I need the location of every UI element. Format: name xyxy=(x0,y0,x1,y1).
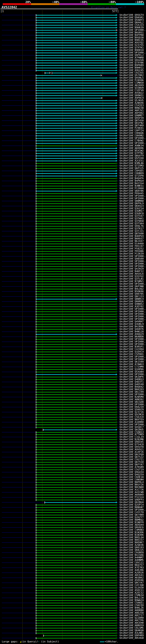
alignment-bar xyxy=(36,294,116,294)
alignment-arrow-inner xyxy=(116,188,117,189)
alignment-overview: 20% ~40% ~60% ~80% ~100% AV522842 AlignV… xyxy=(0,0,146,644)
alignment-bar xyxy=(36,128,116,128)
alignment-arrow-inner xyxy=(116,264,117,264)
alignment-bar xyxy=(45,502,116,503)
alignment-bar xyxy=(36,193,116,194)
alignment-arrow-icon xyxy=(116,39,118,41)
key-segment xyxy=(31,3,59,5)
alignment-arrow-inner xyxy=(116,258,117,259)
alignment-bar xyxy=(36,552,116,553)
alignment-arrow-icon xyxy=(116,140,118,142)
alignment-arrow-icon xyxy=(116,429,118,431)
alignment-bar xyxy=(36,138,116,139)
alignment-bar xyxy=(36,120,116,121)
alignment-arrow-icon xyxy=(116,333,118,335)
alignment-bar xyxy=(36,638,116,638)
alignment-arrow-inner xyxy=(116,552,117,553)
alignment-bar xyxy=(36,439,116,440)
alignment-bar xyxy=(36,123,116,124)
alignment-bar xyxy=(36,427,116,428)
alignment-bar xyxy=(36,568,116,568)
alignment-bar xyxy=(36,198,116,199)
alignment-bar xyxy=(36,201,116,202)
alignment-bar xyxy=(36,90,116,91)
alignment-bar xyxy=(36,344,116,345)
alignment-bar xyxy=(36,289,116,290)
alignment-bar xyxy=(36,68,116,68)
alignment-bar xyxy=(36,570,116,571)
alignment-arrow-inner xyxy=(116,304,117,304)
alignment-bar xyxy=(36,163,116,164)
alignment-arrow-inner xyxy=(116,394,117,395)
alignment-bar xyxy=(36,520,116,520)
alignment-arrow-inner xyxy=(116,296,117,297)
alignment-bar xyxy=(36,618,116,618)
alignment-bar xyxy=(36,547,116,548)
alignment-bar xyxy=(36,394,116,395)
alignment-bar xyxy=(36,216,116,216)
alignment-bar xyxy=(36,464,116,465)
alignment-bar xyxy=(36,437,116,438)
alignment-bar xyxy=(36,487,116,488)
alignment-arrow-icon xyxy=(116,67,118,69)
alignment-arrow-icon xyxy=(116,24,118,26)
alignment-bar xyxy=(36,484,116,485)
alignment-bar xyxy=(36,454,116,455)
alignment-arrow-inner xyxy=(116,336,117,337)
alignment-arrow-inner xyxy=(116,166,117,166)
alignment-arrow-inner xyxy=(116,547,117,548)
alignment-bar xyxy=(36,191,116,192)
alignment-arrow-inner xyxy=(116,577,117,578)
alignment-arrow-inner xyxy=(116,248,117,249)
alignment-bar xyxy=(36,254,116,254)
alignment-bar xyxy=(36,306,116,307)
alignment-arrow-icon xyxy=(116,80,118,81)
alignment-bar xyxy=(36,52,116,53)
alignment-arrow-inner xyxy=(116,422,117,423)
alignment-bar xyxy=(36,83,116,84)
alignment-bar xyxy=(36,183,116,184)
alignment-arrow-icon xyxy=(116,155,118,157)
alignment-arrow-inner xyxy=(101,75,102,76)
alignment-arrow-icon xyxy=(116,47,118,49)
alignment-bar xyxy=(36,578,116,578)
alignment-bar xyxy=(36,15,116,16)
alignment-bar xyxy=(36,372,116,372)
gap-subject-dash-icon: - xyxy=(38,640,39,643)
alignment-arrow-inner xyxy=(116,439,117,440)
alignment-bar xyxy=(43,430,116,430)
alignment-bar xyxy=(36,540,116,540)
alignment-arrow-inner xyxy=(116,467,117,468)
alignment-arrow-icon xyxy=(116,175,118,177)
alignment-bar xyxy=(36,359,116,360)
alignment-arrow-inner xyxy=(116,464,117,465)
alignment-arrow-inner xyxy=(116,477,117,478)
alignment-bar xyxy=(36,452,116,452)
alignment-bar xyxy=(36,314,116,314)
alignment-arrow-inner xyxy=(49,72,50,73)
alignment-arrow-inner xyxy=(116,306,117,307)
alignment-bar xyxy=(36,22,116,23)
alignment-arrow-inner xyxy=(116,356,117,357)
alignment-arrow-inner xyxy=(116,625,117,626)
alignment-arrow-inner xyxy=(116,514,117,516)
alignment-bar xyxy=(36,457,116,458)
alignment-bar xyxy=(36,206,116,206)
alignment-bar xyxy=(36,274,116,274)
alignment-arrow-inner xyxy=(116,632,117,634)
alignment-arrow-inner xyxy=(116,251,117,252)
alignment-bar xyxy=(36,50,116,51)
alignment-arrow-icon xyxy=(116,115,118,116)
alignment-arrow-inner xyxy=(116,615,117,616)
alignment-arrow-inner xyxy=(116,208,117,209)
alignment-bar xyxy=(36,364,116,365)
alignment-bar xyxy=(36,575,116,576)
alignment-bar xyxy=(36,160,116,161)
alignment-bar xyxy=(36,126,116,126)
alignment-bar xyxy=(36,447,116,448)
alignment-bar xyxy=(36,412,116,412)
alignment-bar xyxy=(36,356,116,357)
alignment-bar xyxy=(36,85,116,86)
alignment-bar xyxy=(36,118,116,118)
alignment-arrow-icon xyxy=(116,87,118,89)
